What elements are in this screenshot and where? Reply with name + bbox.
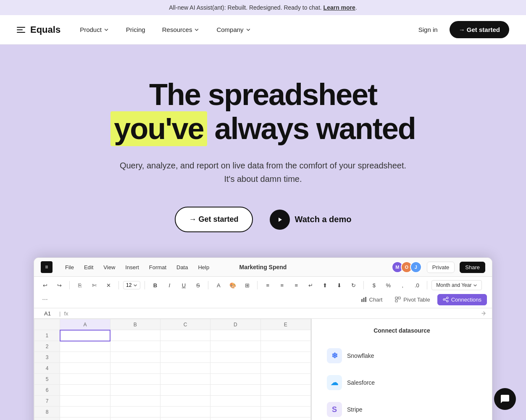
col-header-e[interactable]: E [260, 319, 310, 330]
grid-cell[interactable] [60, 363, 110, 374]
nav-resources[interactable]: Resources [155, 23, 207, 37]
text-color-button[interactable]: A [213, 279, 224, 291]
grid-cell[interactable] [160, 330, 210, 341]
grid-cell[interactable] [110, 330, 160, 341]
col-header-c[interactable]: C [160, 319, 210, 330]
decrease-decimal-button[interactable]: .0 [411, 279, 423, 291]
format-clear-button[interactable]: ✕ [103, 279, 114, 291]
chart-tab[interactable]: Chart [355, 294, 388, 305]
private-button[interactable]: Private [427, 262, 455, 273]
nav-company[interactable]: Company [210, 23, 258, 37]
grid-cell[interactable] [60, 396, 110, 407]
chat-button[interactable] [494, 388, 516, 410]
grid-cell[interactable] [260, 407, 310, 417]
grid-cell[interactable] [110, 374, 160, 385]
menu-data[interactable]: Data [172, 262, 192, 272]
underline-button[interactable]: U [178, 279, 189, 291]
valign-bottom-button[interactable]: ⬇ [333, 279, 345, 291]
menu-help[interactable]: Help [194, 262, 213, 272]
col-header-b[interactable]: B [110, 319, 160, 330]
grid-cell[interactable] [160, 417, 210, 420]
grid-cell[interactable] [110, 417, 160, 420]
menu-format[interactable]: Format [145, 262, 171, 272]
grid-cell[interactable] [110, 385, 160, 396]
align-center-button[interactable]: ≡ [276, 279, 288, 291]
grid-cell[interactable] [210, 417, 260, 420]
font-size-selector[interactable]: 12 [123, 281, 140, 289]
datasource-item[interactable]: ☁Salesforce [320, 369, 484, 396]
grid-cell[interactable] [210, 341, 260, 352]
grid-cell[interactable] [210, 385, 260, 396]
rotate-button[interactable]: ↻ [347, 279, 359, 291]
spreadsheet-grid[interactable]: A B C D E 1234567891011121314 [34, 319, 311, 420]
sign-in-button[interactable]: Sign in [413, 23, 443, 37]
grid-cell[interactable] [260, 374, 310, 385]
menu-view[interactable]: View [99, 262, 119, 272]
grid-cell[interactable] [60, 407, 110, 417]
copy-button[interactable]: ⎘ [74, 279, 86, 291]
grid-cell[interactable] [260, 385, 310, 396]
align-left-button[interactable]: ≡ [262, 279, 274, 291]
grid-cell[interactable] [110, 352, 160, 363]
grid-cell[interactable] [160, 385, 210, 396]
pivot-table-tab[interactable]: Pivot Table [389, 294, 435, 305]
grid-cell[interactable] [260, 341, 310, 352]
watch-demo-link[interactable]: Watch a demo [270, 210, 352, 230]
nav-product[interactable]: Product [73, 23, 116, 37]
grid-cell[interactable] [210, 330, 260, 341]
grid-cell[interactable] [110, 396, 160, 407]
share-button[interactable]: Share [460, 262, 485, 273]
wrap-button[interactable]: ↵ [305, 279, 316, 291]
more-options-button[interactable]: ··· [39, 294, 51, 305]
grid-cell[interactable] [160, 341, 210, 352]
valign-top-button[interactable]: ⬆ [319, 279, 331, 291]
date-format-dropdown[interactable]: Month and Year [431, 280, 482, 290]
menu-insert[interactable]: Insert [121, 262, 143, 272]
grid-cell[interactable] [260, 352, 310, 363]
italic-button[interactable]: I [163, 279, 175, 291]
col-header-a[interactable]: A [60, 319, 110, 330]
col-header-d[interactable]: D [210, 319, 260, 330]
undo-button[interactable]: ↩ [39, 279, 51, 291]
datasource-item[interactable]: ❄Snowflake [320, 342, 484, 369]
grid-cell[interactable] [260, 330, 310, 341]
grid-cell[interactable] [210, 407, 260, 417]
grid-cell[interactable] [210, 374, 260, 385]
bold-button[interactable]: B [149, 279, 161, 291]
align-right-button[interactable]: ≡ [290, 279, 302, 291]
grid-cell[interactable] [260, 396, 310, 407]
currency-button[interactable]: $ [368, 279, 380, 291]
grid-cell[interactable] [110, 407, 160, 417]
menu-file[interactable]: File [61, 262, 78, 272]
grid-cell[interactable] [110, 341, 160, 352]
connections-tab[interactable]: Connections [437, 294, 487, 305]
cut-button[interactable]: ✄ [88, 279, 100, 291]
grid-cell[interactable] [210, 363, 260, 374]
logo[interactable]: Equals [17, 24, 60, 35]
datasource-item[interactable]: SStripe [320, 396, 484, 420]
nav-get-started-button[interactable]: → Get started [450, 21, 509, 38]
comma-button[interactable]: , [397, 279, 408, 291]
grid-cell[interactable] [60, 374, 110, 385]
fill-color-button[interactable]: 🎨 [227, 279, 239, 291]
grid-cell[interactable] [60, 330, 110, 341]
grid-cell[interactable] [260, 363, 310, 374]
grid-cell[interactable] [60, 352, 110, 363]
borders-button[interactable]: ⊞ [241, 279, 253, 291]
nav-pricing[interactable]: Pricing [119, 23, 152, 37]
cell-reference[interactable]: A1 [39, 310, 56, 317]
hero-get-started-button[interactable]: → Get started [175, 207, 253, 232]
grid-cell[interactable] [60, 417, 110, 420]
grid-cell[interactable] [160, 407, 210, 417]
grid-cell[interactable] [60, 341, 110, 352]
announcement-link[interactable]: Learn more [323, 4, 355, 11]
grid-cell[interactable] [260, 417, 310, 420]
grid-cell[interactable] [160, 396, 210, 407]
redo-button[interactable]: ↪ [53, 279, 65, 291]
grid-cell[interactable] [160, 352, 210, 363]
menu-edit[interactable]: Edit [80, 262, 97, 272]
grid-cell[interactable] [110, 363, 160, 374]
grid-cell[interactable] [160, 374, 210, 385]
percent-button[interactable]: % [382, 279, 394, 291]
grid-cell[interactable] [210, 396, 260, 407]
